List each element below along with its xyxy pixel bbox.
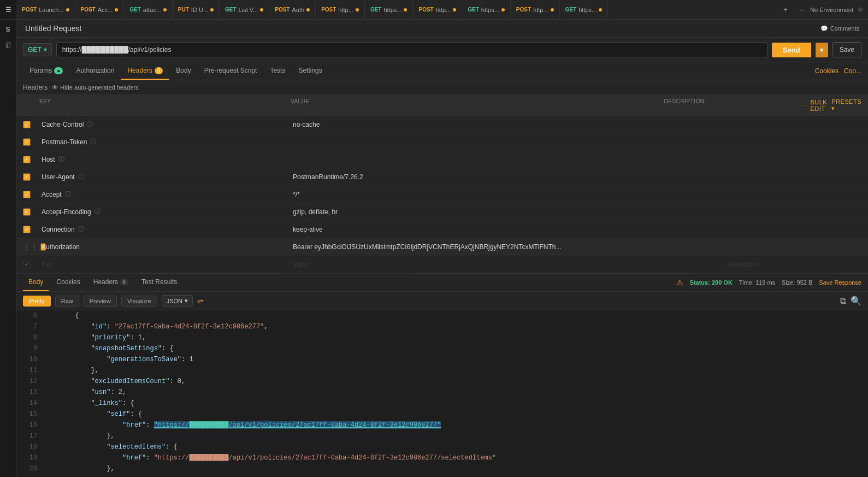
tab-pre-request[interactable]: Pre-request Script xyxy=(198,62,264,80)
row-checkbox-0[interactable] xyxy=(23,121,31,128)
drag-handle-7[interactable]: ⋮⋮ xyxy=(23,243,38,251)
eye-icon[interactable]: 👁 xyxy=(858,7,864,13)
send-button[interactable]: Send xyxy=(772,43,811,57)
tab-item-9[interactable]: GET https... xyxy=(462,0,511,19)
request-tabs: Params ● Authorization Headers 8 Body Pr… xyxy=(16,62,868,80)
bulk-edit-button[interactable]: Bulk Edit xyxy=(810,99,827,112)
row-desc-2[interactable] xyxy=(725,156,861,163)
tab-item-4[interactable]: GET List V... xyxy=(220,0,269,19)
tab-body[interactable]: Body xyxy=(169,62,197,80)
row-value-0[interactable]: no-cache xyxy=(291,117,725,132)
tab-end-area: No Environment 👁 xyxy=(810,7,868,13)
tab-item-2[interactable]: GET attac... xyxy=(124,0,173,19)
cookies-link[interactable]: Cookies Coo... xyxy=(815,67,861,75)
sidebar-icon-trash[interactable]: 🗑 xyxy=(3,39,14,50)
row-value-1[interactable] xyxy=(291,139,725,145)
search-icon[interactable]: 🔍 xyxy=(851,296,861,306)
tab-item-6[interactable]: POST http... xyxy=(316,0,365,19)
sidebar-icon-s[interactable]: S xyxy=(3,24,14,35)
tab-settings[interactable]: Settings xyxy=(292,62,328,80)
row-value-7[interactable]: Bearer eyJhbGciOiJSUzUxMilsImtpZCI6IjdDR… xyxy=(291,240,725,254)
row-checkbox-3[interactable] xyxy=(23,173,31,181)
row-desc-5[interactable] xyxy=(725,209,861,215)
row-value-6[interactable]: keep-alive xyxy=(291,222,725,237)
ellipsis-icon[interactable]: ··· xyxy=(801,102,806,108)
row-key-2[interactable]: Host ⓘ xyxy=(39,152,291,167)
table-row: Cache-Control ⓘ no-cache xyxy=(16,116,868,133)
preview-button[interactable]: Preview xyxy=(84,296,117,307)
row-key-0[interactable]: Cache-Control ⓘ xyxy=(39,117,291,132)
tab-params[interactable]: Params ● xyxy=(23,62,69,80)
empty-value-col[interactable]: Value xyxy=(291,257,725,272)
row-desc-7[interactable] xyxy=(725,244,861,250)
empty-header-row: Key Value Description xyxy=(16,256,868,273)
save-button[interactable]: Save xyxy=(832,42,861,57)
url-input[interactable] xyxy=(56,42,767,57)
code-view: 6 { 7 "id": "27ac17ff-0aba-4d24-8f2f-3e1… xyxy=(16,310,868,477)
new-tab-button[interactable]: + xyxy=(777,6,794,14)
tab-item-7[interactable]: GET https... xyxy=(365,0,414,19)
tab-authorization[interactable]: Authorization xyxy=(69,62,121,80)
tab-item-8[interactable]: POST http... xyxy=(413,0,462,19)
row-checkbox-4[interactable] xyxy=(23,191,31,198)
resp-tab-test-results[interactable]: Test Results xyxy=(136,274,182,291)
row-value-2[interactable] xyxy=(291,156,725,163)
method-select[interactable]: GET ▾ xyxy=(23,43,52,56)
tab-item-10[interactable]: POST http... xyxy=(511,0,560,19)
tab-item-1[interactable]: POST Acc... xyxy=(75,0,125,19)
row-key-3[interactable]: User-Agent ⓘ xyxy=(39,169,291,184)
tab-item-0[interactable]: POST Launch... xyxy=(16,0,75,19)
line-number-5: 11 xyxy=(16,365,44,376)
row-value-4[interactable]: */* xyxy=(291,187,725,202)
visualize-button[interactable]: Visualize xyxy=(121,296,157,307)
row-checkbox-1[interactable] xyxy=(23,138,31,146)
tab-tests[interactable]: Tests xyxy=(263,62,292,80)
pretty-button[interactable]: Pretty xyxy=(23,296,51,307)
row-desc-1[interactable] xyxy=(725,139,861,145)
tab-item-3[interactable]: PUT ID U... xyxy=(173,0,220,19)
tab-label-2: attac... xyxy=(143,7,161,13)
row-key-4[interactable]: Accept ⓘ xyxy=(39,187,291,202)
request-title: Untitled Request xyxy=(25,24,82,33)
row-key-6[interactable]: Connection ⓘ xyxy=(39,222,291,237)
presets-button[interactable]: Presets xyxy=(831,98,861,112)
comments-button[interactable]: 💬 Comments xyxy=(820,25,859,32)
line-content-12: "selectedItems": { xyxy=(44,441,868,452)
tab-headers[interactable]: Headers 8 xyxy=(121,62,169,80)
resp-tab-headers[interactable]: Headers 6 xyxy=(88,274,134,291)
send-dropdown-button[interactable]: ▾ xyxy=(816,43,828,57)
empty-key-col[interactable]: Key xyxy=(39,257,291,272)
more-tabs-button[interactable]: ··· xyxy=(794,6,810,14)
tab-item-5[interactable]: POST Auth xyxy=(269,0,316,19)
row-checkbox-6[interactable] xyxy=(23,226,31,233)
line-content-13: "href": "https://██████████/api/v1/polic… xyxy=(44,452,868,463)
row-checkbox-5[interactable] xyxy=(23,208,31,216)
row-checkbox-2[interactable] xyxy=(23,156,31,163)
value-col-header: VALUE xyxy=(291,98,664,112)
row-value-5[interactable]: gzip, deflate, br xyxy=(291,205,725,219)
row-key-1[interactable]: Postman-Token ⓘ xyxy=(39,134,291,149)
resp-tab-cookies[interactable]: Cookies xyxy=(51,274,85,291)
row-desc-6[interactable] xyxy=(725,226,861,233)
copy-icon[interactable]: ⧉ xyxy=(840,296,846,306)
format-select[interactable]: JSON ▾ xyxy=(162,295,193,307)
headers-sub-label: Headers xyxy=(23,84,48,91)
url-bar: GET ▾ Send ▾ Save xyxy=(16,38,868,62)
row-key-7[interactable]: Authorization xyxy=(39,240,291,254)
row-value-3[interactable]: PostmanRuntime/7.26.2 xyxy=(291,170,725,184)
row-desc-0[interactable] xyxy=(725,121,861,128)
save-response-button[interactable]: Save Response xyxy=(819,279,861,286)
row-desc-4[interactable] xyxy=(725,191,861,198)
hide-headers-button[interactable]: 👁 Hide auto-generated headers xyxy=(52,84,138,91)
resp-tab-body[interactable]: Body xyxy=(23,274,49,291)
empty-checkbox[interactable] xyxy=(23,261,31,268)
raw-button[interactable]: Raw xyxy=(55,296,79,307)
tab-item-11[interactable]: GET https... xyxy=(560,0,609,19)
empty-desc-col[interactable]: Description xyxy=(725,257,861,272)
wrap-icon[interactable]: ⇌ xyxy=(197,297,204,305)
sidebar-toggle[interactable]: ☰ xyxy=(0,0,16,19)
row-desc-3[interactable] xyxy=(725,174,861,180)
tab-method-9: GET xyxy=(468,7,479,13)
line-content-7: "usn": 2, xyxy=(44,387,868,398)
row-key-5[interactable]: Accept-Encoding ⓘ xyxy=(39,204,291,219)
